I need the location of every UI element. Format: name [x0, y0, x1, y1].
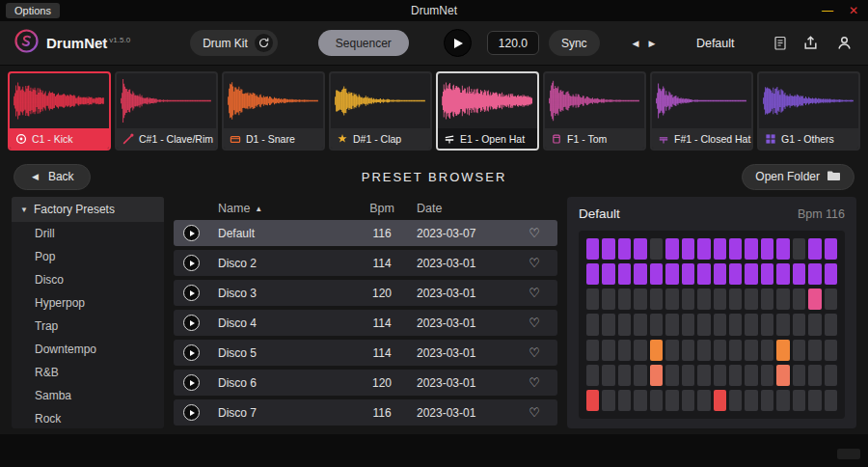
step-cell[interactable] [776, 314, 789, 335]
step-cell[interactable] [825, 238, 837, 260]
step-cell[interactable] [665, 263, 678, 285]
step-cell[interactable] [825, 263, 837, 285]
step-cell[interactable] [697, 263, 710, 285]
step-cell[interactable] [650, 340, 663, 361]
preset-row-default[interactable]: Default1162023-03-07♡ [174, 220, 557, 246]
step-cell[interactable] [808, 365, 821, 386]
sidebar-item-downtempo[interactable]: Downtempo [12, 338, 164, 361]
step-cell[interactable] [618, 365, 631, 386]
sidebar-header-factory-presets[interactable]: ▼ Factory Presets [12, 197, 164, 222]
step-cell[interactable] [586, 314, 599, 335]
step-cell[interactable] [618, 288, 631, 310]
step-cell[interactable] [729, 390, 742, 411]
step-cell[interactable] [618, 263, 631, 285]
step-cell[interactable] [586, 390, 599, 411]
step-cell[interactable] [825, 365, 837, 386]
step-cell[interactable] [634, 340, 646, 361]
pad-c1-kick[interactable]: C1 - Kick [8, 71, 111, 151]
row-play-button[interactable] [183, 285, 200, 301]
step-cell[interactable] [697, 340, 710, 361]
step-cell[interactable] [729, 288, 742, 310]
favorite-heart-icon[interactable]: ♡ [521, 345, 548, 360]
sidebar-item-samba[interactable]: Samba [12, 384, 164, 407]
preset-row-disco-4[interactable]: Disco 41142023-03-01♡ [174, 310, 557, 336]
prev-preset-icon[interactable]: ◀ [631, 37, 641, 50]
step-cell[interactable] [745, 314, 757, 335]
step-cell[interactable] [618, 390, 631, 411]
step-cell[interactable] [602, 314, 614, 335]
step-cell[interactable] [682, 314, 694, 335]
step-cell[interactable] [745, 288, 757, 310]
step-cell[interactable] [602, 288, 614, 310]
pad-d-1-clap[interactable]: D#1 - Clap [329, 71, 432, 151]
favorite-heart-icon[interactable]: ♡ [521, 226, 548, 240]
row-play-button[interactable] [183, 404, 200, 421]
step-cell[interactable] [776, 365, 789, 386]
resize-grip[interactable] [837, 449, 860, 459]
step-cell[interactable] [650, 365, 663, 386]
step-cell[interactable] [665, 390, 678, 411]
step-cell[interactable] [714, 390, 726, 411]
sequencer-button[interactable]: Sequencer [318, 30, 409, 56]
step-cell[interactable] [714, 314, 726, 335]
row-play-button[interactable] [183, 344, 200, 361]
preset-row-disco-6[interactable]: Disco 61202023-03-01♡ [174, 370, 557, 396]
step-cell[interactable] [776, 340, 789, 361]
step-cell[interactable] [745, 365, 757, 386]
column-header-date[interactable]: Date [417, 202, 513, 215]
bpm-display[interactable]: 120.0 [487, 31, 539, 55]
step-cell[interactable] [602, 238, 614, 260]
step-cell[interactable] [697, 238, 710, 260]
column-header-name[interactable]: Name ▲ [218, 202, 347, 215]
export-icon[interactable] [802, 35, 819, 51]
close-icon[interactable]: ✕ [849, 4, 858, 17]
favorite-heart-icon[interactable]: ♡ [521, 286, 548, 300]
step-cell[interactable] [697, 288, 710, 310]
step-cell[interactable] [602, 365, 614, 386]
step-cell[interactable] [729, 340, 742, 361]
pad-d1-snare[interactable]: D1 - Snare [222, 71, 325, 151]
step-cell[interactable] [682, 390, 694, 411]
play-button[interactable] [444, 29, 472, 57]
step-cell[interactable] [729, 314, 742, 335]
step-cell[interactable] [793, 340, 805, 361]
step-cell[interactable] [825, 314, 837, 335]
step-cell[interactable] [682, 288, 694, 310]
step-cell[interactable] [634, 390, 646, 411]
step-cell[interactable] [729, 365, 742, 386]
step-cell[interactable] [776, 288, 789, 310]
step-cell[interactable] [618, 340, 631, 361]
step-cell[interactable] [714, 288, 726, 310]
drum-kit-button[interactable]: Drum Kit [190, 30, 278, 56]
column-header-bpm[interactable]: Bpm [355, 202, 409, 215]
step-cell[interactable] [714, 340, 726, 361]
step-cell[interactable] [682, 340, 694, 361]
step-cell[interactable] [697, 314, 710, 335]
favorite-heart-icon[interactable]: ♡ [521, 256, 548, 270]
step-cell[interactable] [745, 390, 757, 411]
step-cell[interactable] [634, 288, 646, 310]
step-cell[interactable] [634, 365, 646, 386]
step-cell[interactable] [761, 390, 773, 411]
preset-list-icon[interactable] [773, 36, 787, 51]
step-cell[interactable] [729, 238, 742, 260]
step-cell[interactable] [793, 390, 805, 411]
sidebar-item-trap[interactable]: Trap [12, 315, 164, 338]
pad-c-1-clave-rim[interactable]: C#1 - Clave/Rim [115, 71, 218, 151]
step-cell[interactable] [761, 314, 773, 335]
step-cell[interactable] [602, 263, 614, 285]
step-cell[interactable] [825, 288, 837, 310]
row-play-button[interactable] [183, 315, 200, 331]
step-cell[interactable] [808, 288, 821, 310]
preset-row-disco-7[interactable]: Disco 71162023-03-01♡ [174, 399, 557, 426]
preset-row-disco-3[interactable]: Disco 31202023-03-01♡ [174, 280, 557, 306]
step-cell[interactable] [586, 288, 599, 310]
step-cell[interactable] [586, 365, 599, 386]
sidebar-item-rock[interactable]: Rock [12, 407, 164, 428]
sidebar-item-disco[interactable]: Disco [12, 268, 164, 291]
step-cell[interactable] [793, 238, 805, 260]
step-cell[interactable] [650, 288, 663, 310]
step-cell[interactable] [793, 365, 805, 386]
pad-e1-open-hat[interactable]: E1 - Open Hat [436, 71, 539, 151]
step-cell[interactable] [602, 390, 614, 411]
